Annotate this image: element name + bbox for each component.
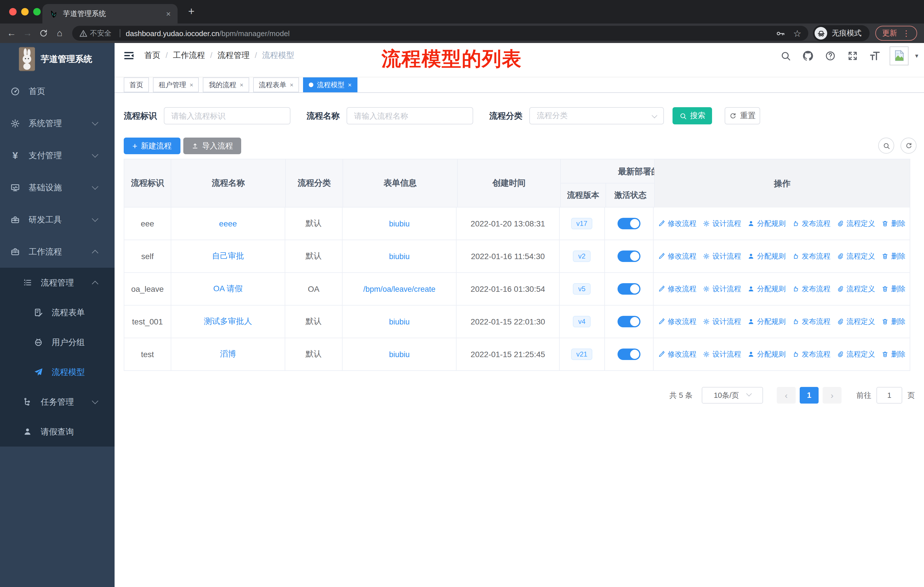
page-size-select[interactable]: 10条/页 [702,387,763,403]
tag-process-model[interactable]: 流程模型× [303,78,358,92]
process-definition-link[interactable]: 流程定义 [837,251,875,261]
publish-process-link[interactable]: 发布流程 [792,251,830,261]
new-tab-button[interactable]: + [185,5,198,18]
import-process-button[interactable]: 导入流程 [183,137,241,154]
form-link[interactable]: /bpm/oa/leave/create [363,284,436,293]
refresh-button[interactable] [901,137,917,154]
traffic-light-zoom[interactable] [33,8,41,15]
fullscreen-icon[interactable] [844,47,861,64]
assign-rule-link[interactable]: 分配规则 [747,317,785,326]
modify-process-link[interactable]: 修改流程 [658,251,696,261]
avatar[interactable] [890,46,909,65]
reset-button[interactable]: 重置 [724,107,760,124]
security-label[interactable]: 不安全 [90,28,111,38]
tag-home[interactable]: 首页 [124,78,149,92]
key-icon[interactable] [776,28,785,38]
goto-page-input[interactable] [876,387,902,403]
sidebar-logo[interactable]: 芋道管理系统 [0,43,115,75]
bookmark-star-icon[interactable]: ☆ [793,28,802,39]
browser-menu-icon[interactable]: ⋮ [902,29,910,38]
browser-update-button[interactable]: 更新 ⋮ [875,26,917,41]
delete-link[interactable]: 删除 [881,219,905,228]
active-toggle[interactable] [617,218,640,229]
sidebar-item-system[interactable]: 系统管理 [0,107,115,139]
close-icon[interactable]: × [348,81,352,88]
process-definition-link[interactable]: 流程定义 [837,219,875,228]
show-search-button[interactable] [878,137,894,154]
form-link[interactable]: biubiu [389,219,409,228]
version-badge[interactable]: v21 [571,349,592,360]
version-badge[interactable]: v2 [573,251,591,262]
sidebar-item-infra[interactable]: 基础设施 [0,171,115,203]
form-link[interactable]: biubiu [389,350,409,359]
process-definition-link[interactable]: 流程定义 [837,317,875,326]
publish-process-link[interactable]: 发布流程 [792,317,830,326]
prev-page-button[interactable]: ‹ [777,387,796,403]
delete-link[interactable]: 删除 [881,284,905,294]
process-name-link[interactable]: 滔博 [220,349,236,359]
design-process-link[interactable]: 设计流程 [703,284,741,294]
search-button[interactable]: 搜索 [673,107,712,124]
process-name-input[interactable] [346,107,473,124]
process-name-link[interactable]: eeee [219,219,237,228]
modify-process-link[interactable]: 修改流程 [658,349,696,359]
url-text[interactable]: dashboard.yudao.iocoder.cn/bpm/manager/m… [126,29,771,38]
sidebar-item-process-mgmt[interactable]: 流程管理 [0,268,115,298]
category-select[interactable]: 流程分类 [529,107,664,124]
assign-rule-link[interactable]: 分配规则 [747,349,785,359]
process-definition-link[interactable]: 流程定义 [837,349,875,359]
address-bar[interactable]: 不安全 dashboard.yudao.iocoder.cn/bpm/manag… [72,26,808,41]
breadcrumb-workflow[interactable]: 工作流程 [173,50,218,61]
delete-link[interactable]: 删除 [881,317,905,326]
publish-process-link[interactable]: 发布流程 [792,284,830,294]
modify-process-link[interactable]: 修改流程 [658,284,696,294]
assign-rule-link[interactable]: 分配规则 [747,251,785,261]
design-process-link[interactable]: 设计流程 [703,251,741,261]
process-definition-link[interactable]: 流程定义 [837,284,875,294]
assign-rule-link[interactable]: 分配规则 [747,284,785,294]
breadcrumb-home[interactable]: 首页 [144,50,173,61]
process-key-input[interactable] [164,107,290,124]
process-name-link[interactable]: OA 请假 [213,284,243,294]
process-name-link[interactable]: 测试多审批人 [204,316,252,327]
close-icon[interactable]: × [190,81,193,88]
sidebar-item-leave-query[interactable]: 请假查询 [0,417,115,446]
design-process-link[interactable]: 设计流程 [703,317,741,326]
forward-icon[interactable]: → [20,25,36,41]
modify-process-link[interactable]: 修改流程 [658,219,696,228]
form-link[interactable]: biubiu [389,252,409,261]
sidebar-item-devtools[interactable]: 研发工具 [0,203,115,236]
traffic-light-minimize[interactable] [21,8,29,15]
create-process-button[interactable]: + 新建流程 [124,137,180,154]
publish-process-link[interactable]: 发布流程 [792,349,830,359]
publish-process-link[interactable]: 发布流程 [792,219,830,228]
sidebar-item-process-form[interactable]: 流程表单 [0,298,115,327]
design-process-link[interactable]: 设计流程 [703,219,741,228]
font-size-icon[interactable] [866,47,884,64]
form-link[interactable]: biubiu [389,317,409,326]
insecure-warning-icon[interactable] [79,29,87,38]
tag-process-form[interactable]: 流程表单× [253,78,299,92]
help-icon[interactable] [822,47,839,64]
version-badge[interactable]: v17 [571,218,592,229]
version-badge[interactable]: v5 [573,283,591,294]
delete-link[interactable]: 删除 [881,251,905,261]
delete-link[interactable]: 删除 [881,349,905,359]
breadcrumb-process-mgmt[interactable]: 流程管理 [218,50,262,61]
sidebar-item-home[interactable]: 首页 [0,75,115,107]
home-icon[interactable]: ⌂ [51,25,68,41]
avatar-caret-icon[interactable]: ▾ [915,52,918,60]
active-toggle[interactable] [617,316,640,327]
browser-tab[interactable]: 芋道管理系统 × [42,4,178,23]
close-icon[interactable]: × [240,81,243,88]
tag-my-process[interactable]: 我的流程× [203,78,249,92]
hamburger-icon[interactable] [122,49,135,62]
close-icon[interactable]: × [290,81,294,88]
sidebar-item-workflow[interactable]: 工作流程 [0,236,115,268]
next-page-button[interactable]: › [823,387,842,403]
tag-tenant[interactable]: 租户管理× [153,78,199,92]
modify-process-link[interactable]: 修改流程 [658,317,696,326]
current-page[interactable]: 1 [800,387,818,403]
traffic-light-close[interactable] [9,8,16,15]
search-icon[interactable] [777,47,794,64]
